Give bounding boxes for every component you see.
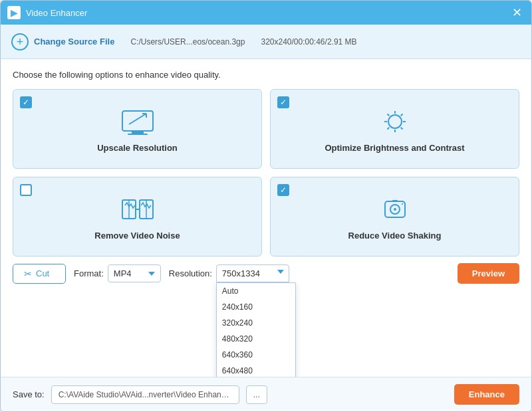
upscale-checkbox[interactable]: [20, 96, 32, 108]
option-card-noise: Remove Video Noise: [13, 177, 262, 257]
save-label: Save to:: [13, 389, 45, 399]
svg-rect-0: [122, 111, 153, 131]
title-bar: ▶ Video Enhancer ✕: [1, 1, 531, 25]
svg-rect-1: [132, 131, 144, 134]
cut-label: Cut: [36, 268, 49, 278]
resolution-option-480x320[interactable]: 480x320: [217, 331, 295, 347]
brightness-label: Optimize Brightness and Contrast: [325, 143, 464, 153]
noise-label: Remove Video Noise: [94, 231, 180, 241]
shaking-checkbox[interactable]: [277, 184, 289, 196]
file-info: 320x240/00:00:46/2.91 MB: [261, 37, 356, 47]
options-grid: Upscale Resolution: [13, 89, 519, 257]
preview-button[interactable]: Preview: [458, 263, 519, 284]
upscale-label: Upscale Resolution: [97, 143, 178, 153]
change-source-button[interactable]: + Change Source File: [11, 33, 114, 51]
resolution-display[interactable]: 750x1334: [216, 264, 289, 282]
file-path: C:/Users/USER...eos/ocean.3gp: [130, 37, 245, 47]
option-card-shaking: Reduce Video Shaking: [270, 177, 519, 257]
svg-line-11: [387, 114, 389, 116]
scissors-icon: ✂: [24, 268, 32, 279]
close-button[interactable]: ✕: [509, 5, 525, 20]
resolution-group: Resolution: 750x1334 Auto 240x160 320x24…: [169, 264, 289, 282]
resolution-option-320x240[interactable]: 320x240: [217, 315, 295, 331]
option-card-upscale: Upscale Resolution: [13, 89, 262, 169]
bottom-controls: ✂ Cut Format: MP4 AVI MOV MKV Resolution…: [13, 257, 519, 289]
noise-icon: [120, 196, 156, 224]
svg-line-24: [402, 203, 403, 205]
format-select[interactable]: MP4 AVI MOV MKV: [108, 264, 161, 282]
video-enhancer-window: ▶ Video Enhancer ✕ + Change Source File …: [0, 0, 532, 412]
title-bar-left: ▶ Video Enhancer: [7, 6, 87, 19]
plus-icon: +: [11, 33, 29, 51]
brightness-icon: [377, 108, 413, 136]
format-group: Format: MP4 AVI MOV MKV: [74, 264, 161, 282]
change-source-label: Change Source File: [34, 37, 114, 47]
resolution-label: Resolution:: [169, 268, 212, 278]
upscale-icon: [120, 108, 156, 136]
save-path: C:\AVAide Studio\AVAid...nverter\Video E…: [51, 385, 239, 404]
main-content: Choose the following options to enhance …: [1, 59, 531, 377]
cut-button[interactable]: ✂ Cut: [13, 264, 66, 284]
instruction-text: Choose the following options to enhance …: [13, 70, 519, 80]
browse-button[interactable]: ...: [246, 385, 267, 404]
enhance-button[interactable]: Enhance: [454, 384, 519, 405]
resolution-dropdown-list[interactable]: Auto 240x160 320x240 480x320 640x360 640…: [216, 282, 296, 377]
brightness-checkbox[interactable]: [277, 96, 289, 108]
save-bar: Save to: C:\AVAide Studio\AVAid...nverte…: [1, 377, 531, 411]
source-bar: + Change Source File C:/Users/USER...eos…: [1, 25, 531, 59]
app-icon: ▶: [7, 6, 21, 19]
svg-rect-23: [392, 200, 398, 202]
svg-line-14: [387, 127, 389, 129]
format-label: Format:: [74, 268, 104, 278]
svg-line-3: [129, 114, 146, 124]
option-card-brightness: Optimize Brightness and Contrast: [270, 89, 519, 169]
resolution-option-640x360[interactable]: 640x360: [217, 347, 295, 363]
resolution-option-240x160[interactable]: 240x160: [217, 299, 295, 315]
svg-rect-2: [128, 134, 148, 135]
svg-line-13: [400, 114, 402, 116]
svg-line-12: [400, 127, 402, 129]
svg-point-6: [388, 115, 402, 128]
resolution-option-640x480[interactable]: 640x480: [217, 363, 295, 377]
svg-point-22: [394, 208, 396, 211]
resolution-option-auto[interactable]: Auto: [217, 283, 295, 299]
resolution-dropdown-wrapper: 750x1334 Auto 240x160 320x240 480x320 64…: [216, 264, 289, 282]
noise-checkbox[interactable]: [20, 184, 32, 196]
shaking-label: Reduce Video Shaking: [348, 231, 442, 241]
window-title: Video Enhancer: [26, 8, 87, 18]
shaking-icon: [377, 196, 413, 224]
